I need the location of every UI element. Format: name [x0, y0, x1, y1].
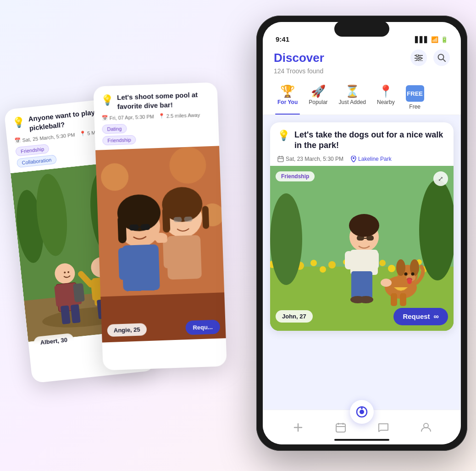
- main-card-header: 💡 Let's take the dogs out for a nice wal…: [270, 122, 454, 166]
- bottom-nav: [263, 410, 461, 444]
- card-2-photo: Angie, 25 Requ...: [95, 146, 226, 342]
- tag-friendship-2: Friendship: [102, 135, 136, 146]
- svg-point-79: [388, 265, 395, 272]
- expand-button[interactable]: ⤢: [433, 171, 448, 186]
- hourglass-icon: ⏳: [345, 85, 360, 97]
- main-card-friendship-tag: Friendship: [276, 171, 315, 181]
- status-time: 9:41: [276, 35, 289, 43]
- svg-point-66: [310, 260, 317, 266]
- svg-rect-35: [129, 225, 138, 231]
- tab-free[interactable]: FREE Free: [400, 83, 430, 115]
- location-icon: [351, 156, 356, 162]
- main-card-emoji: 💡: [277, 130, 290, 142]
- svg-rect-34: [117, 216, 127, 244]
- card-1-date: Sat, 25 March, 5:30 PM: [22, 131, 75, 142]
- tab-for-you-label: For You: [277, 99, 298, 105]
- dynamic-island: [334, 21, 389, 37]
- tab-just-added[interactable]: ⏳ Just Added: [333, 83, 371, 115]
- app-title: Discover: [274, 51, 324, 65]
- svg-point-113: [360, 410, 364, 414]
- found-count: 124 Troovs found: [274, 67, 323, 75]
- card-2-header: 💡 Let's shoot some pool at favorite dive…: [93, 82, 218, 125]
- card-2-distance: 2.5 miles Away: [166, 112, 200, 119]
- svg-point-115: [361, 407, 363, 409]
- phone-frame: 9:41 ▋▋▋ 📶 🔋 Discover: [256, 16, 467, 451]
- tab-popular-label: Popular: [309, 99, 327, 105]
- svg-point-103: [407, 279, 412, 284]
- svg-rect-56: [278, 157, 283, 162]
- svg-point-94: [349, 214, 379, 237]
- svg-rect-36: [141, 224, 150, 230]
- filter-button[interactable]: [410, 49, 427, 66]
- svg-point-77: [320, 266, 326, 273]
- svg-point-49: [416, 55, 419, 57]
- phone-screen: 9:41 ▋▋▋ 📶 🔋 Discover: [263, 22, 461, 444]
- tab-free-label: Free: [409, 104, 421, 110]
- main-card-date: Sat, 23 March, 5:30 PM: [286, 156, 343, 162]
- card-2-bottom: Angie, 25 Requ...: [101, 315, 226, 342]
- svg-rect-32: [118, 248, 128, 280]
- svg-rect-86: [371, 251, 379, 269]
- card-pool[interactable]: 💡 Let's shoot some pool at favorite dive…: [93, 82, 227, 370]
- svg-rect-40: [163, 238, 172, 268]
- svg-rect-43: [202, 206, 210, 229]
- nav-discover-active[interactable]: [350, 400, 374, 424]
- card-1-person: Albert, 30: [33, 333, 75, 350]
- card-1-emoji: 💡: [12, 116, 26, 129]
- tab-nearby-label: Nearby: [377, 99, 395, 105]
- svg-rect-85: [345, 251, 353, 269]
- card-2-emoji: 💡: [101, 94, 114, 106]
- main-activity-card[interactable]: 💡 Let's take the dogs out for a nice wal…: [270, 122, 454, 331]
- tab-just-added-label: Just Added: [339, 99, 366, 105]
- nav-add[interactable]: [293, 422, 304, 433]
- main-card-meta: Sat, 23 March, 5:30 PM Lakeline Park: [277, 156, 446, 162]
- svg-point-67: [328, 261, 336, 268]
- app-header: Discover: [263, 46, 461, 81]
- signal-icon: ▋▋▋: [415, 36, 429, 43]
- pin-icon: 📍: [378, 85, 393, 97]
- card-2-meta: 📅 Fri, 07 Apr, 5:30 PM 📍 2.5 miles Away: [101, 111, 210, 121]
- tag-dating: Dating: [102, 124, 127, 134]
- phone-content: 💡 Let's take the dogs out for a nice wal…: [263, 115, 461, 410]
- nav-calendar[interactable]: [335, 422, 346, 433]
- svg-point-60: [353, 157, 354, 159]
- main-card-photo-bottom: John, 27 Request ∞: [270, 302, 454, 331]
- battery-icon: 🔋: [441, 36, 448, 43]
- svg-rect-45: [184, 217, 192, 222]
- svg-rect-109: [336, 424, 345, 432]
- nav-messages[interactable]: [378, 422, 389, 433]
- trophy-icon: 🏆: [280, 85, 295, 97]
- svg-point-70: [379, 260, 386, 266]
- free-badge: FREE: [406, 85, 424, 102]
- main-card-location[interactable]: Lakeline Park: [358, 156, 392, 162]
- nav-profile[interactable]: [421, 422, 432, 433]
- wifi-icon: 📶: [431, 36, 438, 43]
- infinity-icon: ∞: [434, 312, 439, 321]
- svg-point-100: [404, 272, 408, 275]
- main-person-badge: John, 27: [276, 310, 313, 323]
- expand-icon: ⤢: [438, 175, 443, 182]
- svg-point-106: [381, 279, 392, 287]
- tag-collaboration: Collaboration: [17, 154, 57, 168]
- tab-popular[interactable]: 🚀 Popular: [303, 83, 333, 115]
- main-card-photo: Friendship ⤢ John, 27 Request ∞: [270, 166, 454, 331]
- card-2-request-btn[interactable]: Requ...: [185, 320, 220, 335]
- svg-point-97: [396, 259, 405, 276]
- rocket-icon: 🚀: [311, 85, 326, 97]
- svg-point-53: [416, 60, 419, 61]
- card-2-title: Let's shoot some pool at favorite dive b…: [117, 90, 210, 111]
- svg-point-51: [419, 57, 421, 60]
- tab-for-you[interactable]: 🏆 For You: [272, 83, 303, 115]
- card-2-tags: Dating Friendship: [94, 120, 219, 150]
- svg-rect-88: [360, 271, 372, 299]
- category-tabs: 🏆 For You 🚀 Popular ⏳ Just Added 📍 Nearb…: [263, 81, 461, 115]
- svg-line-55: [443, 59, 445, 61]
- tab-nearby[interactable]: 📍 Nearby: [371, 83, 400, 115]
- main-request-button[interactable]: Request ∞: [393, 308, 448, 325]
- svg-rect-13: [73, 283, 85, 302]
- search-button[interactable]: [433, 49, 450, 66]
- card-2-date: Fri, 07 Apr, 5:30 PM: [109, 114, 154, 120]
- svg-rect-44: [173, 217, 182, 222]
- svg-rect-42: [162, 207, 171, 233]
- svg-point-81: [270, 193, 302, 285]
